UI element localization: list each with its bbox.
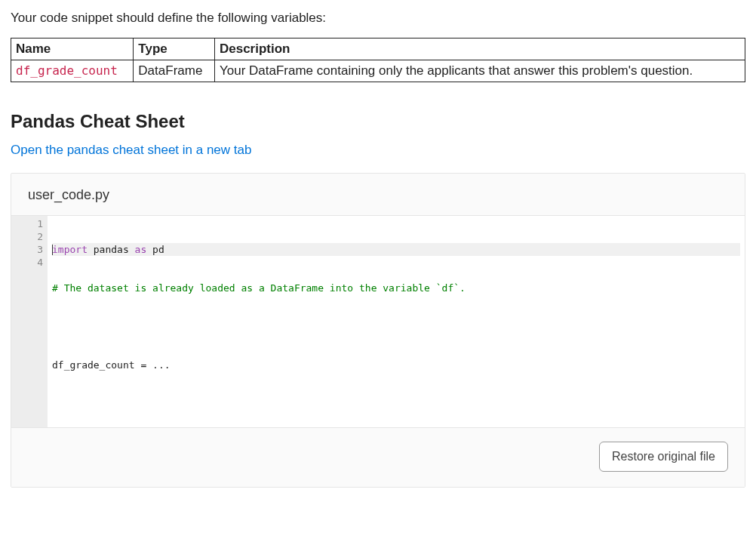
col-description: Description [214,38,745,60]
pandas-cheat-sheet-link[interactable]: Open the pandas cheat sheet in a new tab [11,143,251,158]
intro-text: Your code snippet should define the foll… [11,11,745,26]
editor-body: 1 2 3 4 import pandas as pd # The datase… [11,215,745,428]
variables-table: Name Type Description df_grade_count Dat… [11,38,745,82]
keyword-token: as [135,244,147,255]
section-heading: Pandas Cheat Sheet [11,111,745,132]
keyword-token: import [52,244,88,255]
code-editor-panel: user_code.py 1 2 3 4 import pandas as pd… [11,173,745,488]
cell-description: Your DataFrame containing only the appli… [214,60,745,82]
line-number: 3 [11,243,43,256]
col-name: Name [11,38,134,60]
restore-original-button[interactable]: Restore original file [599,442,728,472]
line-number: 1 [11,217,43,230]
cell-type: DataFrame [134,60,215,82]
table-row: df_grade_count DataFrame Your DataFrame … [11,60,745,82]
code-line: # The dataset is already loaded as a Dat… [52,282,740,294]
text-token: pandas [88,244,135,255]
comment-token: # The dataset is already loaded as a Dat… [52,282,466,294]
cell-name: df_grade_count [11,60,134,82]
table-header-row: Name Type Description [11,38,745,60]
var-name-code: df_grade_count [16,63,118,78]
code-line: df_grade_count = ... [52,359,740,371]
editor-gutter: 1 2 3 4 [11,216,48,427]
text-token: pd [146,244,164,255]
editor-footer: Restore original file [11,428,745,487]
line-number: 2 [11,230,43,243]
code-area[interactable]: import pandas as pd # The dataset is alr… [48,216,745,427]
code-line: import pandas as pd [52,243,740,256]
editor-filename: user_code.py [11,174,745,215]
col-type: Type [134,38,215,60]
code-line [52,320,740,333]
line-number: 4 [11,256,43,269]
